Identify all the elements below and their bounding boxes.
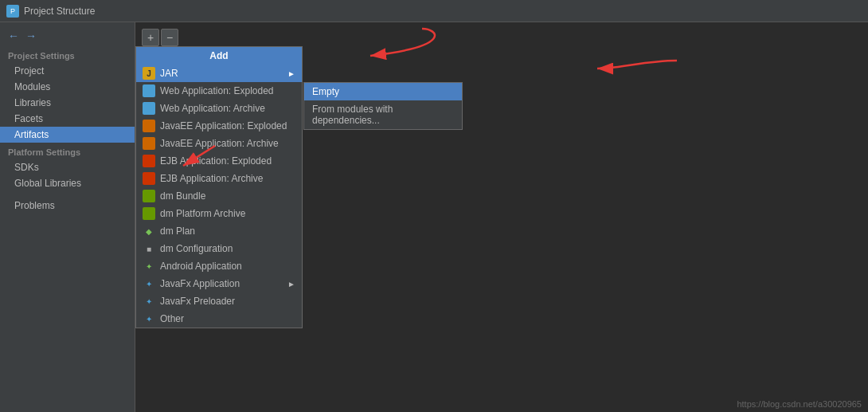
- javaee-archive-icon: [143, 137, 155, 150]
- sidebar-item-artifacts[interactable]: Artifacts: [0, 127, 135, 143]
- platform-settings-header: Platform Settings: [0, 143, 135, 159]
- menu-item-javafx-preloader[interactable]: ✦ JavaFx Preloader: [136, 292, 302, 310]
- ejb-archive-icon: [143, 172, 155, 185]
- content-area: + − Add J JAR ► Empty From modules with …: [135, 22, 868, 412]
- add-artifact-btn[interactable]: +: [142, 29, 159, 46]
- ejb-exploded-icon: [143, 155, 155, 167]
- menu-item-javafx-app[interactable]: ✦ JavaFx Application ►: [136, 275, 302, 292]
- content-toolbar: + −: [142, 29, 178, 46]
- project-settings-header: Project Settings: [0, 46, 135, 63]
- menu-item-dm-platform-archive[interactable]: dm Platform Archive: [136, 205, 302, 222]
- menu-item-web-app-exploded[interactable]: Web Application: Exploded: [136, 82, 302, 100]
- dm-conf-icon: ■: [143, 242, 155, 255]
- webapp-archive-icon: [143, 102, 155, 115]
- javafx-app-icon: ✦: [143, 277, 155, 290]
- javaee-exploded-icon: [143, 120, 155, 132]
- main-layout: ← → Project Settings Project Modules Lib…: [0, 22, 868, 412]
- dm-bundle-icon: [143, 190, 155, 202]
- menu-item-javaee-archive[interactable]: JavaEE Application: Archive: [136, 135, 302, 152]
- sidebar-item-modules[interactable]: Modules: [0, 79, 135, 95]
- android-icon: ✦: [143, 260, 155, 273]
- javafx-preloader-icon: ✦: [143, 295, 155, 308]
- sidebar-toolbar: ← →: [0, 26, 135, 46]
- remove-artifact-btn[interactable]: −: [161, 29, 178, 46]
- title-bar: P Project Structure: [0, 0, 868, 22]
- watermark: https://blog.csdn.net/a30020965: [737, 399, 862, 409]
- add-menu-header: Add: [136, 47, 302, 65]
- menu-item-ejb-exploded[interactable]: EJB Application: Exploded: [136, 152, 302, 170]
- menu-item-dm-configuration[interactable]: ■ dm Configuration: [136, 240, 302, 257]
- nav-forward-btn[interactable]: →: [24, 29, 38, 43]
- app-icon: P: [6, 5, 19, 18]
- add-menu: Add J JAR ► Empty From modules with depe…: [135, 46, 303, 328]
- jar-submenu: Empty From modules with dependencies...: [303, 82, 463, 130]
- javafx-submenu-arrow: ►: [287, 280, 295, 288]
- menu-item-web-app-archive[interactable]: Web Application: Archive: [136, 100, 302, 117]
- sidebar-item-facets[interactable]: Facets: [0, 111, 135, 127]
- sidebar-item-project[interactable]: Project: [0, 63, 135, 79]
- dm-plan-icon: ◆: [143, 225, 155, 237]
- other-icon: ✦: [143, 312, 155, 325]
- menu-item-android-app[interactable]: ✦ Android Application: [136, 257, 302, 275]
- submenu-item-empty[interactable]: Empty: [304, 83, 462, 100]
- nav-back-btn[interactable]: ←: [6, 29, 21, 43]
- jar-icon: J: [143, 67, 155, 80]
- submenu-arrow: ►: [287, 69, 295, 78]
- menu-item-javaee-exploded[interactable]: JavaEE Application: Exploded: [136, 117, 302, 135]
- menu-item-other[interactable]: ✦ Other: [136, 310, 302, 328]
- dm-platform-archive-icon: [143, 207, 155, 220]
- window-title: Project Structure: [24, 6, 95, 17]
- webapp-exploded-icon: [143, 84, 155, 97]
- sidebar-item-problems[interactable]: Problems: [0, 198, 135, 214]
- sidebar: ← → Project Settings Project Modules Lib…: [0, 22, 135, 412]
- sidebar-item-global-libraries[interactable]: Global Libraries: [0, 175, 135, 191]
- menu-item-ejb-archive[interactable]: EJB Application: Archive: [136, 170, 302, 187]
- sidebar-item-libraries[interactable]: Libraries: [0, 95, 135, 111]
- menu-item-dm-bundle[interactable]: dm Bundle: [136, 187, 302, 205]
- menu-item-jar[interactable]: J JAR ► Empty From modules with dependen…: [136, 65, 302, 82]
- menu-item-dm-plan[interactable]: ◆ dm Plan: [136, 222, 302, 240]
- sidebar-item-sdks[interactable]: SDKs: [0, 159, 135, 175]
- submenu-item-from-modules[interactable]: From modules with dependencies...: [304, 100, 462, 129]
